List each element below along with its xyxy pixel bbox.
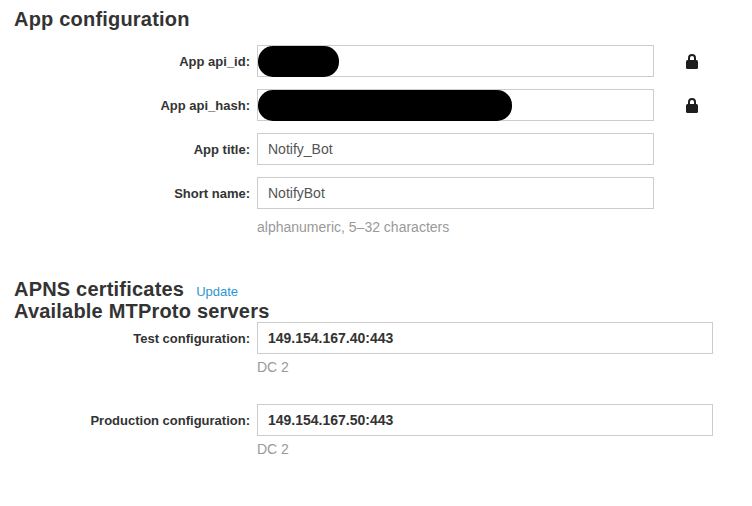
apns-certificates-heading: APNS certificates xyxy=(14,278,184,300)
mtproto-servers-heading: Available MTProto servers xyxy=(14,300,752,322)
form-row-api-id: App api_id: xyxy=(14,45,752,77)
app-title-label: App title: xyxy=(14,142,250,157)
test-dc-helper-row: DC 2 xyxy=(14,359,752,375)
production-configuration-label: Production configuration: xyxy=(14,413,250,428)
short-name-input[interactable] xyxy=(257,177,654,209)
production-dc-label: DC 2 xyxy=(257,441,289,457)
api-id-lock-wrap xyxy=(685,53,699,70)
app-title-input[interactable] xyxy=(257,133,654,165)
api-id-redaction-mark xyxy=(258,46,339,77)
api-hash-lock-wrap xyxy=(685,97,699,114)
production-dc-helper-row: DC 2 xyxy=(14,441,752,457)
app-configuration-page: App configuration App api_id: App api_ha… xyxy=(0,0,752,506)
short-name-helper-row: alphanumeric, 5–32 characters xyxy=(14,219,752,235)
test-dc-label: DC 2 xyxy=(257,359,289,375)
short-name-helper: alphanumeric, 5–32 characters xyxy=(257,219,449,235)
short-name-input-wrap xyxy=(257,177,654,209)
short-name-label: Short name: xyxy=(14,186,250,201)
api-id-label: App api_id: xyxy=(14,54,250,69)
api-hash-input-wrap xyxy=(257,89,654,121)
form-row-production-configuration: Production configuration: xyxy=(14,404,752,436)
api-hash-label: App api_hash: xyxy=(14,98,250,113)
form-row-api-hash: App api_hash: xyxy=(14,89,752,121)
test-configuration-input-wrap xyxy=(257,322,713,354)
api-id-input-wrap xyxy=(257,45,654,77)
apns-update-link[interactable]: Update xyxy=(196,284,238,299)
test-configuration-input[interactable] xyxy=(257,322,713,354)
app-configuration-heading: App configuration xyxy=(14,0,752,30)
production-configuration-input[interactable] xyxy=(257,404,713,436)
production-configuration-input-wrap xyxy=(257,404,713,436)
lock-icon xyxy=(685,53,699,70)
form-row-short-name: Short name: xyxy=(14,177,752,209)
form-row-test-configuration: Test configuration: xyxy=(14,322,752,354)
apns-section-header: APNS certificates Update xyxy=(14,278,752,300)
test-configuration-label: Test configuration: xyxy=(14,331,250,346)
helper-spacer xyxy=(14,441,250,457)
api-hash-redaction-mark xyxy=(258,90,512,121)
helper-spacer xyxy=(14,359,250,375)
helper-spacer xyxy=(14,219,250,235)
form-row-app-title: App title: xyxy=(14,133,752,165)
app-title-input-wrap xyxy=(257,133,654,165)
lock-icon xyxy=(685,97,699,114)
